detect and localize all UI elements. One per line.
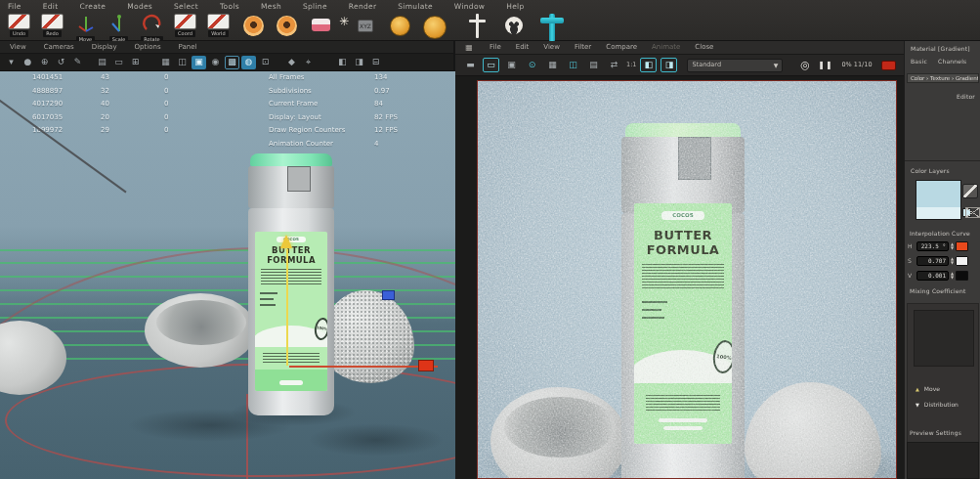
particles-icon[interactable]: ✳ bbox=[335, 16, 353, 35]
menu-render[interactable]: Render bbox=[349, 3, 377, 11]
rw-display2-icon[interactable]: ▣ bbox=[503, 58, 520, 72]
rw-zoom-label[interactable]: 1:1 bbox=[626, 58, 636, 72]
edit-pen-icon[interactable] bbox=[962, 184, 978, 198]
saturation-input[interactable] bbox=[916, 256, 949, 266]
menu-spline[interactable]: Spline bbox=[303, 3, 327, 11]
value-field[interactable]: V ▲▼ bbox=[908, 270, 968, 281]
value-color-chip[interactable] bbox=[956, 271, 968, 281]
vp-target-icon[interactable]: ⌖ bbox=[301, 56, 316, 69]
props-selected-row[interactable]: Color › Texture › Gradient bbox=[907, 73, 979, 83]
gradient-color-swatch[interactable] bbox=[916, 180, 961, 220]
menu-modes[interactable]: Modes bbox=[127, 3, 152, 11]
menu-mesh[interactable]: Mesh bbox=[261, 3, 281, 11]
vp-menu-options[interactable]: Options bbox=[135, 44, 161, 51]
coconut-half-left[interactable] bbox=[145, 293, 256, 368]
vp-menu-view[interactable]: View bbox=[10, 44, 26, 51]
gizmo-x-handle[interactable] bbox=[418, 360, 434, 371]
coord-tool-button[interactable]: Coord bbox=[171, 14, 199, 37]
vp-split2-icon[interactable]: ◨ bbox=[352, 56, 366, 69]
rw-menu-file[interactable]: File bbox=[490, 44, 501, 51]
rw-pause-icon[interactable]: ❚❚ bbox=[817, 58, 833, 72]
viewport-3d[interactable]: View Cameras Display Options Panel ▾ ● ⊕… bbox=[0, 41, 455, 479]
rw-save-icon[interactable]: ▬ bbox=[462, 58, 479, 72]
vp-shade4-icon[interactable]: ◉ bbox=[208, 56, 223, 69]
vp-wire-icon[interactable]: ▩ bbox=[225, 56, 239, 69]
gizmo-y-axis[interactable] bbox=[286, 249, 288, 366]
rw-compare-icon[interactable]: ⇄ bbox=[606, 58, 622, 72]
hue-stepper[interactable]: ▲▼ bbox=[951, 242, 954, 249]
record-button[interactable] bbox=[881, 61, 896, 70]
value-stepper[interactable]: ▲▼ bbox=[951, 272, 954, 279]
rw-menu-close[interactable]: Close bbox=[695, 44, 713, 51]
render-image[interactable]: COCOS BUTTER FORMULA 100% bbox=[477, 80, 897, 479]
saturation-field[interactable]: S ▲▼ bbox=[908, 255, 968, 266]
active-tool-cross-icon[interactable] bbox=[539, 14, 565, 42]
saturation-color-chip[interactable] bbox=[956, 256, 968, 266]
rw-ab2-icon[interactable]: ◨ bbox=[660, 58, 677, 72]
vp-shade1-icon[interactable]: ▦ bbox=[158, 56, 173, 69]
tag-grid-icon[interactable]: XYZ bbox=[358, 20, 373, 32]
distribution-row[interactable]: ▼ Distribution bbox=[916, 402, 959, 408]
move-row[interactable]: ▲ Move bbox=[916, 386, 940, 392]
add-object-icon[interactable] bbox=[467, 14, 487, 38]
vp-grid-icon[interactable]: ◍ bbox=[241, 56, 256, 69]
menu-tools[interactable]: Tools bbox=[220, 3, 239, 11]
viewport-canvas[interactable]: 1401451430 4888897320 4017290400 6017035… bbox=[0, 71, 455, 479]
vp-menu-panel[interactable]: Panel bbox=[179, 44, 197, 51]
scale-tool-button[interactable]: Scale bbox=[105, 14, 133, 43]
vp-menu-display[interactable]: Display bbox=[92, 44, 117, 51]
menu-create[interactable]: Create bbox=[79, 3, 106, 11]
props-tab-basic[interactable]: Basic bbox=[911, 59, 927, 65]
gizmo-x-axis[interactable] bbox=[289, 366, 438, 368]
hue-input[interactable] bbox=[916, 241, 949, 251]
vp-menu-cameras[interactable]: Cameras bbox=[44, 44, 74, 51]
saturation-stepper[interactable]: ▲▼ bbox=[951, 257, 954, 264]
bottle-3d[interactable]: COCOS BUTTER FORMULA 100% bbox=[248, 153, 334, 415]
vp-layout3-icon[interactable]: ⊞ bbox=[128, 56, 143, 69]
vp-edit-icon[interactable]: ✎ bbox=[70, 56, 85, 69]
menu-window[interactable]: Window bbox=[454, 3, 485, 11]
vp-pivot-icon[interactable]: ● bbox=[21, 56, 35, 69]
vp-split3-icon[interactable]: ⊟ bbox=[368, 56, 383, 69]
rw-menu-view[interactable]: View bbox=[543, 44, 560, 51]
props-tab-channels[interactable]: Channels bbox=[938, 59, 966, 65]
hue-field[interactable]: H ▲▼ bbox=[908, 240, 968, 251]
rw-display-icon[interactable]: ▭ bbox=[483, 58, 499, 72]
vp-layout1-icon[interactable]: ▤ bbox=[95, 56, 109, 69]
vp-layout2-icon[interactable]: ▭ bbox=[111, 56, 126, 69]
rw-target-icon[interactable]: ◎ bbox=[796, 58, 813, 72]
material-ball-icon[interactable] bbox=[243, 16, 264, 36]
world-tool-button[interactable]: World bbox=[204, 14, 233, 37]
material-ball-2-icon[interactable] bbox=[277, 16, 297, 36]
rw-menu-edit[interactable]: Edit bbox=[516, 44, 530, 51]
vp-shade2-icon[interactable]: ◫ bbox=[175, 56, 190, 69]
vp-dropdown-icon[interactable]: ▾ bbox=[4, 56, 19, 69]
vp-light-icon[interactable]: ⊡ bbox=[258, 56, 273, 69]
coin-2-icon[interactable] bbox=[423, 16, 447, 39]
vp-axis-icon[interactable]: ⊕ bbox=[37, 56, 52, 69]
vp-undo-view-icon[interactable]: ↺ bbox=[54, 56, 68, 69]
rw-menu-compare[interactable]: Compare bbox=[606, 44, 637, 51]
rw-pick-icon[interactable]: ⊙ bbox=[524, 58, 540, 72]
coin-icon[interactable] bbox=[390, 16, 410, 36]
rw-image-icon[interactable]: ▦ bbox=[544, 58, 561, 72]
menu-simulate[interactable]: Simulate bbox=[398, 3, 433, 11]
delete-knot-icon[interactable] bbox=[965, 207, 980, 218]
rw-grid-icon[interactable]: ▤ bbox=[585, 58, 602, 72]
value-input[interactable] bbox=[916, 271, 949, 281]
gizmo-y-arrow[interactable] bbox=[280, 235, 292, 248]
vp-split1-icon[interactable]: ◧ bbox=[335, 56, 350, 69]
gradient-preview-box[interactable] bbox=[914, 310, 974, 367]
menu-edit[interactable]: Edit bbox=[43, 3, 59, 11]
menu-file[interactable]: File bbox=[8, 3, 21, 11]
vp-shade3-icon[interactable]: ▣ bbox=[192, 56, 206, 69]
vp-gem-icon[interactable]: ◆ bbox=[284, 56, 299, 69]
rw-layers-icon[interactable]: ◫ bbox=[565, 58, 581, 72]
gizmo-z-handle[interactable] bbox=[382, 290, 395, 300]
move-tool-button[interactable]: Move bbox=[71, 14, 100, 43]
rotate-tool-button[interactable]: Rotate bbox=[138, 14, 166, 43]
menu-help[interactable]: Help bbox=[506, 3, 524, 11]
redo-button[interactable]: Redo bbox=[38, 14, 66, 37]
rw-ab-icon[interactable]: ◧ bbox=[640, 58, 657, 72]
hue-color-chip[interactable] bbox=[956, 241, 968, 251]
